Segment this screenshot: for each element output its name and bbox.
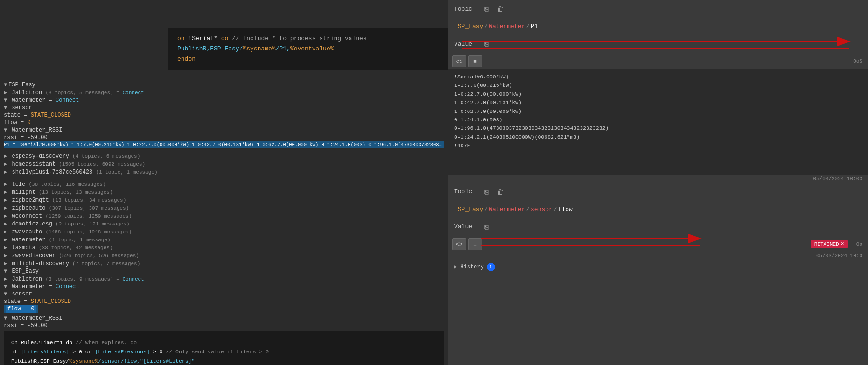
tree-item-milight-disc[interactable]: ▶ milight-discovery (7 topics, 7 message… <box>4 260 444 267</box>
topic-part-p1-top: P1 <box>531 23 538 30</box>
history-label: History <box>460 264 483 270</box>
topic-part-flow-bottom: flow <box>558 206 573 213</box>
tree-item-flow[interactable]: flow = 0 <box>4 119 444 126</box>
topic-part-watermeter-bottom: Watermeter <box>489 206 525 213</box>
msg-line-2: 1-1:7.0(00.215*kW) <box>454 81 862 90</box>
topic-slash1-bottom: / <box>484 206 488 213</box>
tree-item-domoticz-esg[interactable]: ▶ domoticz-esg (2 topics, 121 messages) <box>4 220 444 228</box>
tree-item-zwavediscover[interactable]: ▶ zwavediscover (526 topics, 526 message… <box>4 252 444 260</box>
qos-label-top: QoS <box>853 58 864 64</box>
right-bottom-section: Topic ⎘ 🗑 ESP_Easy / Watermeter / sensor… <box>448 183 868 365</box>
history-expand-arrow[interactable]: ▶ <box>454 263 457 270</box>
tree-item-milight[interactable]: ▶ milight (13 topics, 13 messages) <box>4 188 444 196</box>
tree-item-zigbeeauto[interactable]: ▶ zigbeeauto (307 topics, 307 messages) <box>4 204 444 212</box>
topic-part-sensor-bottom: sensor <box>531 206 553 213</box>
tree-item-tele[interactable]: ▶ tele (38 topics, 116 messages) <box>4 180 444 188</box>
retained-badge[interactable]: RETAINED × <box>811 240 848 248</box>
tree-item-tasmota[interactable]: ▶ tasmota (38 topics, 42 messages) <box>4 244 444 252</box>
tree-item-esp-easy2[interactable]: ▼ ESP_Easy <box>4 267 444 275</box>
tree-list: ▼ESP_Easy ▶ Jablotron (3 topics, 5 messa… <box>0 79 448 365</box>
history-row[interactable]: ▶ History 1 <box>448 260 868 274</box>
topic-header-bottom: Topic ⎘ 🗑 <box>448 183 868 201</box>
tree-item-esp-easy[interactable]: ▼ESP_Easy <box>4 81 444 89</box>
code-block-top: on !Serial* do // Include * to process s… <box>168 28 448 70</box>
message-area-top: !Serial#0.000*kW) 1-1:7.0(00.215*kW) 1-0… <box>448 69 868 175</box>
tree-item-weconnect[interactable]: ▶ weconnect (1259 topics, 1259 messages) <box>4 212 444 220</box>
tree-item-watermeter2[interactable]: ▼ Watermeter = Connect <box>4 283 444 290</box>
topic-part-esp-easy-bottom: ESP_Easy <box>454 206 483 213</box>
topic-label-bottom: Topic <box>454 188 477 195</box>
topic-label-top: Topic <box>454 6 477 13</box>
topic-part-watermeter-top: Watermeter <box>489 23 525 30</box>
left-panel: on !Serial* do // Include * to process s… <box>0 0 448 365</box>
tree-item-watermeter[interactable]: ▼ Watermeter = Connect <box>4 97 444 104</box>
topic-delete-btn-bottom[interactable]: 🗑 <box>495 187 505 197</box>
tree-item-sensor[interactable]: ▼ sensor <box>4 104 444 112</box>
msg-line-5: 1-0:62.7.0(00.000*kW) <box>454 107 862 116</box>
tree-item-flow2[interactable]: flow = 0 <box>4 305 38 313</box>
code-view-btn-bottom[interactable]: <> <box>452 238 466 250</box>
tree-item-p1[interactable]: P1 = !Serial#0.000*kW) 1-1:7.0(00.215*kW… <box>4 141 444 148</box>
value-label-bottom: Value <box>454 223 477 230</box>
msg-line-4: 1-0:42.7.0(00.131*kW) <box>454 98 862 107</box>
topic-copy-btn-bottom[interactable]: ⎘ <box>481 187 491 197</box>
tree-item-state[interactable]: state = STATE_CLOSED <box>4 112 444 119</box>
toolbar-top: <> ≡ QoS <box>448 53 868 69</box>
timestamp-top: 05/03/2024 10:03 <box>448 175 868 182</box>
topic-path-bottom: ESP_Easy / Watermeter / sensor / flow <box>448 201 868 218</box>
value-header-top: Value ⎘ <box>448 35 868 53</box>
tree-item-zwaveauto[interactable]: ▶ zwaveauto (1458 topics, 1948 messages) <box>4 228 444 236</box>
msg-line-9: !4D7F <box>454 141 862 150</box>
tree-item-jablotron[interactable]: ▶ Jablotron (3 topics, 5 messages) = Con… <box>4 89 444 97</box>
right-top-section: Topic ⎘ 🗑 ESP_Easy / Watermeter / P1 <box>448 0 868 183</box>
value-label-top: Value <box>454 41 477 48</box>
tree-item-watermeter-rssi[interactable]: ▼ Watermeter_RSSI <box>4 126 444 134</box>
tree-item-state2[interactable]: state = STATE_CLOSED <box>4 298 444 305</box>
code-view-btn-top[interactable]: <> <box>452 55 466 67</box>
topic-path-top: ESP_Easy / Watermeter / P1 <box>448 18 868 35</box>
tree-item-jablotron2[interactable]: ▶ Jablotron (3 topics, 9 messages) = Con… <box>4 275 444 283</box>
qos-label-bottom: Qo <box>856 241 864 247</box>
retained-close-btn[interactable]: × <box>841 241 844 247</box>
timestamp-bottom: 05/03/2024 10:0 <box>448 252 868 260</box>
tree-item-rssi[interactable]: rssi = -59.00 <box>4 134 444 141</box>
tree-item-watermeter-root[interactable]: ▶ watermeter (1 topic, 1 message) <box>4 236 444 244</box>
value-copy-btn-top[interactable]: ⎘ <box>481 39 491 49</box>
menu-btn-top[interactable]: ≡ <box>468 55 482 67</box>
msg-line-7: 0-1:96.1.0(47303037323030343231303434323… <box>454 124 862 133</box>
right-panel: Topic ⎘ 🗑 ESP_Easy / Watermeter / P1 <box>448 0 868 365</box>
tree-item-homeassistant[interactable]: ▶ homeassistant (1505 topics, 6092 messa… <box>4 160 444 168</box>
topic-delete-btn-top[interactable]: 🗑 <box>495 4 505 14</box>
tree-item-sensor2[interactable]: ▼ sensor <box>4 290 444 298</box>
menu-btn-bottom[interactable]: ≡ <box>468 238 482 250</box>
topic-slash2-bottom: / <box>526 206 530 213</box>
topic-header-top: Topic ⎘ 🗑 <box>448 0 868 18</box>
tree-item-shellyplus[interactable]: ▶ shellyplus1-7c87ce560428 (1 topic, 1 m… <box>4 168 444 176</box>
msg-line-3: 1-0:22.7.0(00.000*kW) <box>454 90 862 98</box>
history-count-badge: 1 <box>487 263 495 271</box>
topic-part-esp-easy-top: ESP_Easy <box>454 23 483 30</box>
topic-copy-btn-top[interactable]: ⎘ <box>481 4 491 14</box>
retained-label: RETAINED <box>814 241 839 247</box>
code-block-bottom: On Rules#Timer=1 do // When expires, do … <box>4 331 444 365</box>
value-copy-btn-bottom[interactable]: ⎘ <box>481 222 491 232</box>
tree-item-watermeter-rssi2[interactable]: ▼ Watermeter_RSSI <box>4 315 444 322</box>
msg-line-8: 0-1:24.2.1(240305100000W)(00682.621*m3) <box>454 133 862 141</box>
topic-slash1-top: / <box>484 23 488 30</box>
toolbar-bottom: <> ≡ RETAINED × Qo <box>448 236 868 252</box>
tree-item-zigbee2mqtt[interactable]: ▶ zigbee2mqtt (13 topics, 34 messages) <box>4 196 444 204</box>
topic-slash2-top: / <box>526 23 530 30</box>
value-header-bottom: Value ⎘ <box>448 218 868 236</box>
tree-item-rssi2[interactable]: rssi = -59.00 <box>4 322 444 330</box>
msg-line-6: 0-1:24.1.0(003) <box>454 116 862 124</box>
topic-slash3-bottom: / <box>553 206 557 213</box>
msg-line-1: !Serial#0.000*kW) <box>454 73 862 81</box>
tree-item-espeasy-disc[interactable]: ▶ espeasy-discovery (4 topics, 6 message… <box>4 152 444 160</box>
